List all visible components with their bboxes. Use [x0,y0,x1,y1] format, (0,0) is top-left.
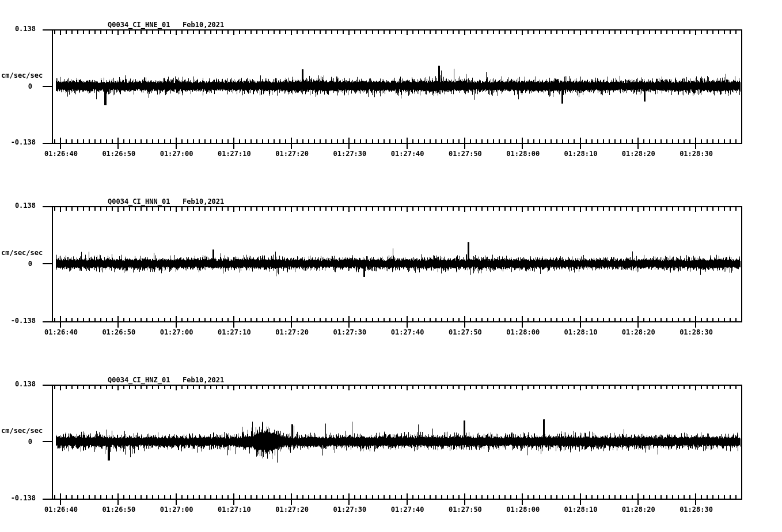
x-tick-label: 01:28:00 [496,150,549,158]
x-tick-label: 01:27:50 [439,506,492,514]
y-axis-units-label: cm/sec/sec [1,71,47,80]
x-tick-label: 01:28:00 [496,506,549,514]
x-tick-label: 01:28:20 [612,150,665,158]
y-axis-max-label: 0.138 [0,380,36,389]
x-tick-label: 01:27:40 [381,150,434,158]
y-axis-units-label: cm/sec/sec [1,427,47,435]
x-tick-label: 01:27:00 [150,150,203,158]
x-tick-label: 01:26:40 [35,506,88,514]
x-tick-label: 01:27:00 [150,328,203,336]
y-axis-min-label: -0.138 [0,494,36,503]
x-tick-label: 01:26:50 [92,328,145,336]
x-tick-label: 01:27:30 [323,506,376,514]
x-axis-tick-labels: 01:26:4001:26:5001:27:0001:27:1001:27:20… [0,506,782,515]
x-tick-label: 01:27:20 [265,150,318,158]
x-tick-label: 01:28:30 [670,506,723,514]
x-tick-label: 01:26:40 [35,150,88,158]
y-axis-min-label: -0.138 [0,317,36,325]
x-tick-label: 01:27:50 [439,150,492,158]
y-axis-max-label: 0.138 [0,25,36,33]
y-axis-zero-label: 0 [0,260,32,268]
x-tick-label: 01:28:20 [612,506,665,514]
panel-title-hne: Q0034_CI_HNE_01 Feb10,2021 [108,21,224,29]
y-axis-zero-label: 0 [0,82,32,91]
seismogram-page: Q0034_CI_HNE_01 Feb10,2021 0.138 cm/sec/… [0,0,782,532]
x-tick-label: 01:27:40 [381,506,434,514]
x-tick-label: 01:28:30 [670,150,723,158]
x-tick-label: 01:27:10 [208,328,261,336]
x-tick-label: 01:27:10 [208,506,261,514]
x-axis-tick-labels: 01:26:4001:26:5001:27:0001:27:1001:27:20… [0,328,782,337]
x-tick-label: 01:27:20 [265,328,318,336]
x-tick-label: 01:28:20 [612,328,665,336]
x-tick-label: 01:28:10 [555,150,608,158]
y-axis-min-label: -0.138 [0,138,36,147]
x-tick-label: 01:27:30 [323,328,376,336]
seismogram-waveform-canvas [0,0,782,532]
x-tick-label: 01:28:00 [496,328,549,336]
x-tick-label: 01:28:30 [670,328,723,336]
x-tick-label: 01:27:40 [381,328,434,336]
x-tick-label: 01:27:30 [323,150,376,158]
panel-title-hnz: Q0034_CI_HNZ_01 Feb10,2021 [108,376,224,385]
panel-title-hnn: Q0034_CI_HNN_01 Feb10,2021 [108,197,224,206]
x-tick-label: 01:28:10 [555,506,608,514]
y-axis-units-label: cm/sec/sec [1,249,47,257]
x-tick-label: 01:27:50 [439,328,492,336]
x-tick-label: 01:26:40 [35,328,88,336]
x-axis-tick-labels: 01:26:4001:26:5001:27:0001:27:1001:27:20… [0,150,782,159]
x-tick-label: 01:26:50 [92,150,145,158]
x-tick-label: 01:27:00 [150,506,203,514]
x-tick-label: 01:26:50 [92,506,145,514]
y-axis-zero-label: 0 [0,438,32,446]
y-axis-max-label: 0.138 [0,202,36,210]
x-tick-label: 01:27:10 [208,150,261,158]
x-tick-label: 01:28:10 [555,328,608,336]
x-tick-label: 01:27:20 [265,506,318,514]
